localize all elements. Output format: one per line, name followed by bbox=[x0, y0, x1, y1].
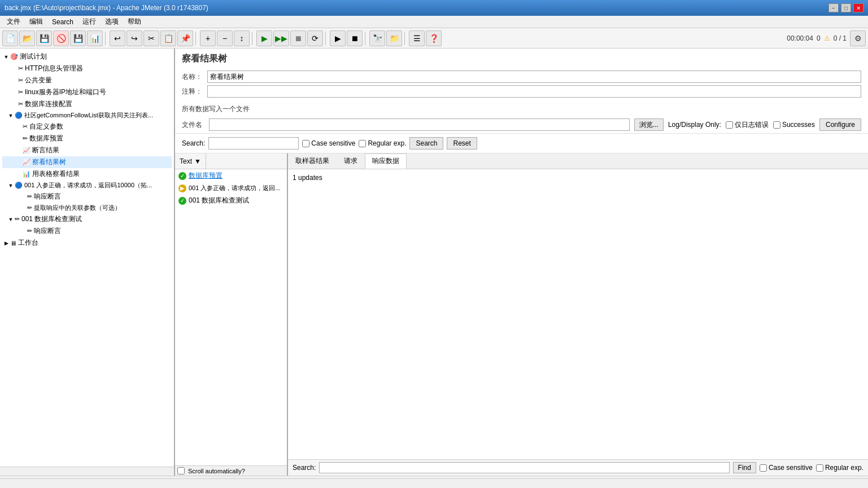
tree-node-social-api[interactable]: ▼ 🔵 社区getCommonFollowList获取共同关注列表... bbox=[2, 110, 172, 121]
case-sensitive-checkbox[interactable] bbox=[302, 140, 309, 147]
file-label: 文件名 bbox=[182, 120, 204, 130]
menu-search[interactable]: Search bbox=[47, 17, 78, 27]
text-dropdown[interactable]: Text ▼ bbox=[175, 153, 206, 169]
tree-node-vars[interactable]: ✂ 公共变量 bbox=[2, 74, 172, 86]
comment-input[interactable] bbox=[207, 85, 861, 98]
left-scrollbar[interactable] bbox=[0, 467, 174, 476]
new-btn[interactable]: 📄 bbox=[2, 30, 18, 46]
find-button[interactable]: Find bbox=[733, 462, 756, 473]
detail-regex-checkbox[interactable] bbox=[816, 464, 823, 472]
detail-case-text: Case sensitive bbox=[769, 464, 813, 472]
expand-social-api[interactable]: ▼ bbox=[7, 112, 15, 120]
text-dropdown-label: Text bbox=[180, 157, 192, 165]
tree-node-result-tree[interactable]: 📈 察看结果树 bbox=[2, 156, 172, 168]
undo-btn[interactable]: ↩ bbox=[110, 30, 125, 46]
result-item-req001[interactable]: ▶ 001 入参正确，请求成功，返回... bbox=[175, 182, 287, 194]
regular-exp-label[interactable]: Regular exp. bbox=[359, 139, 406, 147]
tab-response-label: 响应数据 bbox=[372, 156, 399, 166]
tab-response-data[interactable]: 响应数据 bbox=[365, 153, 407, 169]
detail-regex-label[interactable]: Regular exp. bbox=[816, 464, 863, 472]
close-btn[interactable]: ✕ bbox=[853, 3, 863, 12]
collapse-btn[interactable]: − bbox=[217, 30, 233, 46]
tree-node-test-plan[interactable]: ▼ 🎯 测试计划 bbox=[2, 51, 172, 63]
tree-node-view-result[interactable]: 📈 断言结果 bbox=[2, 144, 172, 156]
name-input[interactable] bbox=[207, 71, 861, 83]
settings-btn[interactable]: ⚙ bbox=[850, 30, 866, 46]
file-input[interactable] bbox=[209, 118, 630, 131]
tab-sampler-label: 取样器结果 bbox=[295, 156, 329, 166]
tree-node-db-config[interactable]: ✂ 数据库连接配置 bbox=[2, 98, 172, 110]
workbench-label: 工作台 bbox=[18, 238, 38, 248]
error-checkbox[interactable] bbox=[726, 121, 733, 129]
table-result-icon: 📊 bbox=[23, 170, 30, 178]
detail-case-label[interactable]: Case sensitive bbox=[760, 464, 813, 472]
maximize-btn[interactable]: □ bbox=[841, 3, 851, 12]
start-btn[interactable]: ▶ bbox=[256, 30, 272, 46]
tree-node-req001[interactable]: ▼ 🔵 001 入参正确，请求成功，返回码10000（拓... bbox=[2, 180, 172, 191]
successes-check-label[interactable]: Successes bbox=[773, 121, 815, 129]
tab-sampler-result[interactable]: 取样器结果 bbox=[288, 153, 337, 169]
tree-node-db-check[interactable]: ▼ ✏ 001 数据库检查测试 bbox=[2, 213, 172, 225]
save3-btn[interactable]: 💾 bbox=[36, 30, 52, 46]
error-check-label[interactable]: 仅日志错误 bbox=[726, 120, 769, 130]
bottom-scrollbar[interactable] bbox=[0, 476, 868, 488]
menu-file[interactable]: 文件 bbox=[2, 16, 25, 28]
expand-db-check[interactable]: ▼ bbox=[7, 216, 15, 223]
tab-request[interactable]: 请求 bbox=[337, 153, 365, 169]
fmgr-btn[interactable]: 📁 bbox=[386, 30, 402, 46]
open-btn[interactable]: 📂 bbox=[19, 30, 35, 46]
menu-help[interactable]: 帮助 bbox=[123, 16, 146, 28]
browse-button[interactable]: 浏览... bbox=[634, 118, 664, 131]
case-sensitive-label[interactable]: Case sensitive bbox=[302, 139, 355, 147]
saveas-btn[interactable]: 💾 bbox=[70, 30, 86, 46]
results-area: Text ▼ ✓ 数据库预置 ▶ 001 入参正确，请求成功，返回... bbox=[175, 153, 868, 476]
tree-node-custom-params[interactable]: ✂ 自定义参数 bbox=[2, 121, 172, 133]
expand-btn[interactable]: + bbox=[200, 30, 216, 46]
successes-checkbox[interactable] bbox=[773, 121, 780, 129]
scroll-auto-label: Scroll automatically? bbox=[188, 468, 245, 474]
expand-req001[interactable]: ▼ bbox=[7, 182, 15, 190]
remote-stop-btn[interactable]: ⏹ bbox=[347, 30, 363, 46]
binoculars-btn[interactable]: 🔭 bbox=[369, 30, 385, 46]
scroll-auto-checkbox[interactable] bbox=[177, 467, 185, 474]
menu-run[interactable]: 运行 bbox=[78, 16, 101, 28]
tree-node-http-header[interactable]: ✂ HTTP信息头管理器 bbox=[2, 63, 172, 74]
help2-btn[interactable]: ❓ bbox=[426, 30, 442, 46]
cut-btn[interactable]: ✂ bbox=[143, 30, 159, 46]
toggle2-btn[interactable]: ↕ bbox=[234, 30, 250, 46]
report-btn[interactable]: 📊 bbox=[87, 30, 103, 46]
result-item-db-preview[interactable]: ✓ 数据库预置 bbox=[175, 169, 287, 182]
db-check-label: 001 数据库检查测试 bbox=[21, 214, 82, 224]
expand-workbench[interactable]: ▶ bbox=[2, 239, 10, 247]
tree-node-assert-db[interactable]: ✏ 响应断言 bbox=[2, 225, 172, 237]
result-item-db-check[interactable]: ✓ 001 数据库检查测试 bbox=[175, 194, 287, 207]
menu-edit[interactable]: 编辑 bbox=[25, 16, 47, 28]
start-nopause-btn[interactable]: ▶▶ bbox=[273, 30, 289, 46]
tree-node-db-preview[interactable]: ✏ 数据库预置 bbox=[2, 133, 172, 144]
menu-options[interactable]: 选项 bbox=[101, 16, 123, 28]
redo-btn[interactable]: ↪ bbox=[127, 30, 142, 46]
expand-test-plan[interactable]: ▼ bbox=[2, 53, 10, 61]
search-button[interactable]: Search bbox=[409, 137, 443, 150]
configure-button[interactable]: Configure bbox=[819, 118, 861, 131]
shutdown-btn[interactable]: ⟳ bbox=[307, 30, 323, 46]
tree-node-assert001[interactable]: ✏ 响应断言 bbox=[2, 191, 172, 203]
result-tree-icon: 📈 bbox=[23, 159, 30, 166]
copy-btn[interactable]: 📋 bbox=[160, 30, 176, 46]
reset-button[interactable]: Reset bbox=[447, 137, 477, 150]
tree-node-table-result[interactable]: 📊 用表格察看结果 bbox=[2, 168, 172, 180]
tree-node-extract001[interactable]: ✏ 提取响应中的关联参数（可选） bbox=[2, 203, 172, 213]
paste-btn[interactable]: 📌 bbox=[177, 30, 193, 46]
minimize-btn[interactable]: − bbox=[828, 3, 839, 12]
regular-exp-checkbox[interactable] bbox=[359, 140, 366, 147]
detail-case-checkbox[interactable] bbox=[760, 464, 767, 472]
remote-start-btn[interactable]: ▶ bbox=[330, 30, 346, 46]
search-input[interactable] bbox=[208, 137, 299, 150]
extract001-icon: ✏ bbox=[27, 204, 32, 212]
close2-btn[interactable]: 🚫 bbox=[53, 30, 69, 46]
list-btn[interactable]: ☰ bbox=[409, 30, 425, 46]
tree-node-server-ip[interactable]: ✂ linux服务器IP地址和端口号 bbox=[2, 86, 172, 98]
detail-search-input[interactable] bbox=[319, 462, 729, 473]
stop-run-btn[interactable]: ⏹ bbox=[290, 30, 306, 46]
tree-node-workbench[interactable]: ▶ 🖥 工作台 bbox=[2, 237, 172, 249]
